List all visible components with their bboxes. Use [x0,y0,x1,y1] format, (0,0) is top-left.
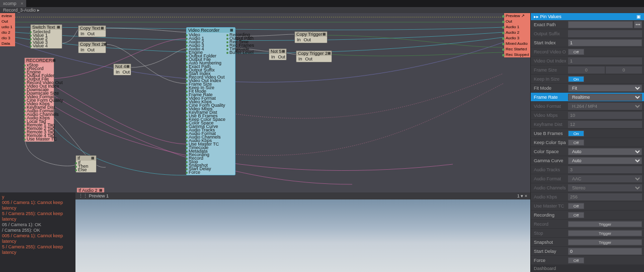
prop-input[interactable] [568,193,642,200]
prop-input[interactable] [568,121,642,128]
prop-input[interactable] [568,112,642,119]
prop-label: Stop [531,231,566,236]
panel-title[interactable]: ▸▸ Pin Values ▣ [531,13,644,20]
io-in-pin[interactable]: Data [0,41,15,46]
prop-startDelay: Start Delay [531,247,644,256]
preview-grip-icon[interactable]: ⋮⋮ Preview 1 [78,193,109,198]
node-menu-icon[interactable]: ▦ [52,58,56,63]
prop-label: Audio Channels [531,185,566,190]
prop-input[interactable] [568,39,642,46]
prop-label: Output Suffix [531,31,566,36]
io-in-pin[interactable]: dio 2 [0,30,15,35]
prop-input[interactable] [568,21,633,28]
prop-select[interactable]: AAC [568,175,642,182]
node-not-5[interactable]: Not 5▦ InOut [269,48,287,60]
io-in-pin[interactable]: udio 1 [0,24,15,30]
log-line: 05 / Camera 1): OK [2,222,73,228]
io-outputs: Preview ↗OutAudio 1Audio 2Audio 3Mixed A… [504,13,530,57]
prop-select[interactable]: Auto [568,148,642,155]
prop-audioCh: Audio ChannelsStereo [531,183,644,192]
browse-button[interactable]: ••• [634,21,642,28]
node-pin[interactable]: Value 4 [33,44,60,48]
node-title: Copy Text [80,26,100,31]
prop-frameSize: Frame Size [531,65,644,75]
node-if[interactable]: If▦ IfThenElse [75,155,97,173]
pin-in: In [80,47,85,52]
prop-label: Video Out Index [531,58,566,63]
panel-footer[interactable]: Dashboard [531,265,644,272]
prop-label: Start Delay [531,249,566,254]
panel-title-text: Pin Values [540,14,561,19]
panel-close-icon[interactable]: ▣ [636,14,641,19]
prop-label: Keyframe Dist [531,122,566,127]
node-copy-trigger-2[interactable]: Copy Trigger 2▦ InOut [296,50,332,62]
prop-stop: StopTrigger [531,229,644,238]
node-menu-icon[interactable]: ▦ [101,26,104,31]
node-menu-icon[interactable]: ▦ [126,64,130,69]
io-out-pin[interactable]: Audio 2 [504,30,530,35]
node-menu-icon[interactable]: ▦ [104,42,107,47]
prop-label: Frame Rate [531,95,566,100]
node-menu-icon[interactable]: ▦ [91,156,95,161]
prop-toggle[interactable]: Off [568,212,584,218]
node-copy-trigger[interactable]: Copy Trigger▦ InOut [294,31,328,43]
prop-force: ForceOff [531,256,644,265]
io-out-pin[interactable]: Rec Stopped [504,52,530,57]
prop-label: Force [531,258,566,263]
io-in-pin[interactable]: Out [0,19,15,24]
prop-toggle[interactable]: On [568,130,584,137]
io-out-pin[interactable]: Audio 1 [504,24,530,30]
prop-select[interactable]: Fit [568,85,642,92]
prop-trigger-button[interactable]: Trigger [568,230,642,236]
prop-input[interactable] [606,66,642,74]
node-pin[interactable]: Else [78,168,94,172]
node-recorder[interactable]: RECORDER▦ xStopxRecordEngineOutput Folde… [24,57,54,142]
io-out-pin[interactable]: Mixed Audio [504,41,530,46]
node-pin[interactable]: Buffer Level [229,51,254,54]
prop-select[interactable]: Auto [568,157,642,164]
io-out-pin[interactable]: Audio 3 [504,35,530,41]
close-icon[interactable]: × [21,1,23,6]
node-pin[interactable]: Force [189,171,225,174]
node-video-recorder[interactable]: Video Recorder▦ VideoAudio 1Audio 2Audio… [186,27,235,175]
node-not-4[interactable]: Not 4▦ InOut [113,63,131,76]
node-menu-icon[interactable]: ▦ [282,49,285,54]
node-menu-icon[interactable]: ▦ [57,25,60,30]
node-graph[interactable]: eviewOutudio 1dio 2dio 3Data Preview ↗Ou… [0,13,530,192]
node-menu-icon[interactable]: ▦ [328,51,331,56]
prop-toggle[interactable]: Off [568,203,584,209]
prop-keepCS: Keep Color SpaceOff [531,138,644,147]
prop-record: RecordTrigger [531,220,644,229]
prop-input[interactable] [568,66,605,74]
io-in-pin[interactable]: dio 3 [0,35,15,41]
prop-toggle[interactable]: Off [568,49,584,55]
node-menu-icon[interactable]: ▦ [323,32,326,37]
prop-toggle[interactable]: On [568,76,584,82]
preview-viewport[interactable] [75,199,530,272]
prop-select[interactable]: Stereo [568,184,642,191]
breadcrumb[interactable]: Record_3-Audio ▸ [0,7,644,13]
prop-recVideoOut: Record Video OutOff [531,47,644,56]
io-out-pin[interactable]: Preview ↗ [504,13,530,19]
prop-input[interactable] [568,30,642,37]
prop-select[interactable]: Realtime [568,94,642,101]
close-icon[interactable]: × [525,193,527,198]
io-out-pin[interactable]: Out [504,19,530,24]
tab-xcomp[interactable]: xcomp × [0,0,26,7]
prop-toggle[interactable]: Off [568,140,584,146]
prop-select[interactable]: H.264 / MP4 [568,103,642,110]
prop-input[interactable] [568,166,642,173]
io-out-pin[interactable]: Rec Started [504,46,530,52]
prop-trigger-button[interactable]: Trigger [568,239,642,245]
node-copy-text-2[interactable]: Copy Text 2▦ InOut [78,41,106,53]
prop-input[interactable] [568,248,642,255]
prop-toggle[interactable]: Off [568,257,584,263]
prop-input[interactable] [568,57,642,64]
io-in-pin[interactable]: eview [0,13,15,19]
node-copy-text[interactable]: Copy Text▦ InOut [78,25,106,37]
preview-menu-icon[interactable]: ▾ [521,193,523,198]
node-pin[interactable]: Use Master TC [27,138,52,141]
node-if-audio-2[interactable]: If Audio 2▦ [76,187,105,192]
prop-trigger-button[interactable]: Trigger [568,221,642,227]
node-switch-text[interactable]: Switch Text▦ SelectedValue 1Value 2Value… [30,24,62,49]
